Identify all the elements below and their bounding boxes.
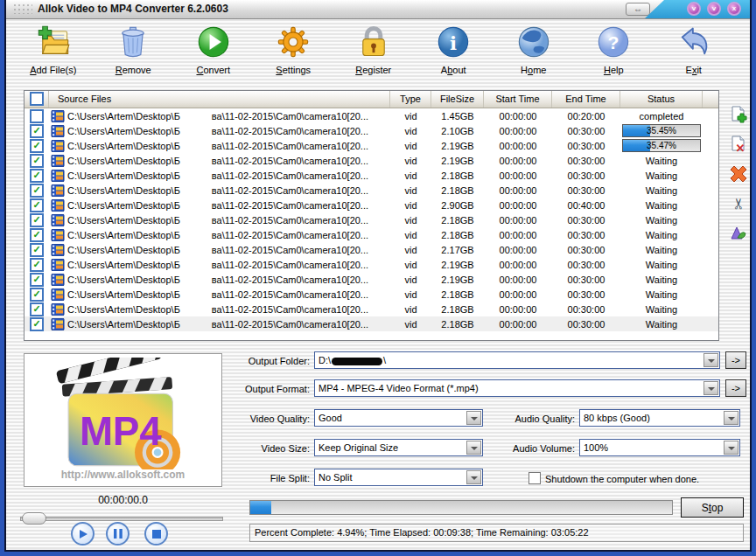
table-row[interactable]: ✓C:\Users\Artem\Desktop\Бва\11-02-2015\C… bbox=[24, 272, 718, 287]
row-checkbox[interactable]: ✓ bbox=[24, 317, 49, 331]
start-time-cell: 00:00:00 bbox=[484, 185, 552, 196]
effect-icon[interactable] bbox=[729, 224, 748, 243]
row-checkbox[interactable]: ✓ bbox=[24, 139, 49, 153]
end-time-cell: 00:30:00 bbox=[552, 141, 620, 151]
audio-volume-dropdown-icon[interactable] bbox=[724, 441, 738, 455]
column-header-type[interactable]: Type bbox=[390, 91, 431, 108]
seek-thumb[interactable] bbox=[22, 512, 46, 525]
shutdown-checkbox-box[interactable] bbox=[528, 472, 541, 484]
row-checkbox[interactable]: ✓ bbox=[24, 154, 49, 168]
overall-progress-fill bbox=[250, 501, 271, 514]
column-header-status[interactable]: Status bbox=[620, 91, 703, 108]
row-checkbox[interactable]: ✓ bbox=[24, 124, 49, 138]
toolbar-button-add-file-s[interactable]: Add File(s) bbox=[13, 23, 94, 82]
pause-button[interactable] bbox=[106, 522, 130, 546]
seek-track[interactable] bbox=[20, 517, 223, 521]
row-checkbox[interactable]: ✓ bbox=[24, 184, 49, 198]
table-row[interactable]: ✓C:\Users\Artem\Desktop\Бва\11-02-2015\C… bbox=[24, 153, 718, 168]
table-row[interactable]: ✓C:\Users\Artem\Desktop\Бва\11-02-2015\C… bbox=[24, 302, 718, 316]
row-checkbox[interactable]: ✓ bbox=[24, 213, 49, 227]
status-bar: Percent Complete: 4.94%; Time Elapsed: 0… bbox=[249, 524, 744, 542]
end-time-cell: 00:30:00 bbox=[552, 156, 620, 166]
file-split-dropdown-icon[interactable] bbox=[466, 470, 481, 484]
table-row[interactable]: ✓C:\Users\Artem\Desktop\Бва\11-02-2015\C… bbox=[24, 168, 718, 183]
maximize-button[interactable]: v bbox=[707, 2, 721, 16]
play-button[interactable] bbox=[71, 522, 94, 546]
row-checkbox[interactable]: ✓ bbox=[24, 198, 49, 212]
minimize-button[interactable]: v bbox=[687, 2, 701, 16]
row-checkbox[interactable]: ✓ bbox=[24, 288, 49, 302]
toolbar-button-settings[interactable]: Settings bbox=[254, 23, 334, 82]
table-row[interactable]: ✓C:\Users\Artem\Desktop\Бва\11-02-2015\C… bbox=[24, 242, 718, 257]
rollup-button[interactable]: ⇔ bbox=[626, 3, 650, 16]
row-checkbox[interactable]: ✓ bbox=[24, 258, 49, 272]
status-cell: completed bbox=[620, 111, 703, 122]
table-row[interactable]: ✓C:\Users\Artem\Desktop\Бва\11-02-2015\C… bbox=[24, 212, 718, 227]
output-folder-combobox[interactable]: D:\\ bbox=[314, 351, 720, 369]
column-header-source-files[interactable]: Source Files bbox=[49, 91, 390, 108]
titlebar[interactable]: Allok Video to MP4 Converter 6.2.0603 ⇔ … bbox=[6, 0, 750, 19]
remove-file-icon[interactable]: ✕ bbox=[729, 135, 748, 154]
toolbar-button-label: Exit bbox=[686, 65, 702, 75]
table-row[interactable]: ✓C:\Users\Artem\Desktop\Бва\11-02-2015\C… bbox=[24, 123, 718, 138]
file-path-suffix: ва\11-02-2015\Cam0\camera10[20... bbox=[212, 141, 368, 151]
close-button[interactable]: x bbox=[727, 2, 741, 16]
table-row[interactable]: ✓C:\Users\Artem\Desktop\Бва\11-02-2015\C… bbox=[24, 227, 718, 242]
table-row[interactable]: ✓C:\Users\Artem\Desktop\Бва\11-02-2015\C… bbox=[24, 183, 718, 198]
source-file-cell: C:\Users\Artem\Desktop\Бва\11-02-2015\Ca… bbox=[49, 125, 390, 137]
table-row[interactable]: ✓C:\Users\Artem\Desktop\Бва\11-02-2015\C… bbox=[24, 257, 718, 272]
end-time-cell: 00:30:00 bbox=[552, 170, 620, 181]
audio-quality-combobox[interactable]: 80 kbps (Good) bbox=[579, 409, 740, 427]
row-checkbox[interactable]: ✓ bbox=[24, 228, 49, 242]
column-header-filesize[interactable]: FileSize bbox=[431, 91, 484, 108]
filesize-cell: 2.17GB bbox=[431, 245, 484, 255]
table-row[interactable]: ✓C:\Users\Artem\Desktop\Бва\11-02-2015\C… bbox=[24, 198, 718, 212]
split-scissors-icon[interactable]: ✂ bbox=[729, 194, 748, 213]
toolbar-button-convert[interactable]: Convert bbox=[173, 23, 254, 82]
output-folder-label: Output Folder: bbox=[181, 356, 310, 366]
file-split-combobox[interactable]: No Split bbox=[314, 469, 483, 486]
table-row[interactable]: C:\Users\Artem\Desktop\Бва\11-02-2015\Ca… bbox=[24, 108, 718, 123]
end-time-cell: 00:30:00 bbox=[552, 319, 620, 330]
table-row[interactable]: ✓C:\Users\Artem\Desktop\Бва\11-02-2015\C… bbox=[24, 316, 718, 331]
audio-quality-dropdown-icon[interactable] bbox=[724, 411, 738, 425]
audio-volume-combobox[interactable]: 100% bbox=[579, 439, 740, 456]
output-format-dropdown-icon[interactable] bbox=[704, 381, 718, 395]
format-settings-button[interactable]: -> bbox=[725, 379, 746, 397]
seek-slider[interactable] bbox=[20, 512, 223, 523]
file-path-prefix: C:\Users\Artem\Desktop\Б bbox=[67, 141, 180, 151]
stop-button[interactable]: Stop bbox=[681, 497, 744, 518]
output-format-combobox[interactable]: MP4 - MPEG-4 Video Format (*.mp4) bbox=[314, 379, 720, 397]
toolbar-button-about[interactable]: iAbout bbox=[414, 23, 494, 82]
select-all-checkbox[interactable] bbox=[24, 91, 49, 108]
toolbar-button-help[interactable]: ?Help bbox=[574, 23, 654, 82]
column-header-end-time[interactable]: End Time bbox=[552, 91, 620, 108]
row-checkbox[interactable]: ✓ bbox=[24, 169, 49, 183]
output-folder-dropdown-icon[interactable] bbox=[704, 353, 718, 367]
add-file-icon[interactable] bbox=[729, 105, 748, 124]
table-row[interactable]: ✓C:\Users\Artem\Desktop\Бва\11-02-2015\C… bbox=[24, 287, 718, 302]
table-row[interactable]: ✓C:\Users\Artem\Desktop\Бва\11-02-2015\C… bbox=[24, 138, 718, 153]
row-checkbox[interactable]: ✓ bbox=[24, 302, 49, 316]
shutdown-checkbox[interactable]: Shutdown the computer when done. bbox=[528, 472, 699, 484]
status-cell: Waiting bbox=[620, 304, 703, 315]
video-file-icon bbox=[51, 110, 65, 122]
row-checkbox[interactable]: ✓ bbox=[24, 273, 49, 287]
browse-folder-button[interactable]: -> bbox=[725, 351, 746, 369]
stop-playback-button[interactable] bbox=[144, 522, 168, 546]
row-checkbox[interactable]: ✓ bbox=[24, 243, 49, 257]
toolbar-button-home[interactable]: Home bbox=[494, 23, 574, 82]
row-checkbox[interactable] bbox=[24, 109, 49, 123]
file-path-suffix: ва\11-02-2015\Cam0\camera10[20... bbox=[212, 319, 368, 330]
toolbar-button-register[interactable]: Register bbox=[333, 23, 414, 82]
remove-all-icon[interactable] bbox=[729, 164, 748, 184]
status-cell: Waiting bbox=[620, 275, 703, 285]
type-cell: vid bbox=[390, 260, 431, 270]
toolbar-button-remove[interactable]: Remove bbox=[94, 23, 174, 82]
source-file-cell: C:\Users\Artem\Desktop\Бва\11-02-2015\Ca… bbox=[49, 229, 390, 241]
column-header-start-time[interactable]: Start Time bbox=[484, 91, 552, 108]
file-path-suffix: ва\11-02-2015\Cam0\camera10[20... bbox=[212, 200, 368, 211]
filesize-cell: 2.19GB bbox=[431, 156, 484, 166]
filesize-cell: 2.18GB bbox=[431, 304, 484, 315]
toolbar-button-exit[interactable]: Exit bbox=[654, 23, 734, 82]
